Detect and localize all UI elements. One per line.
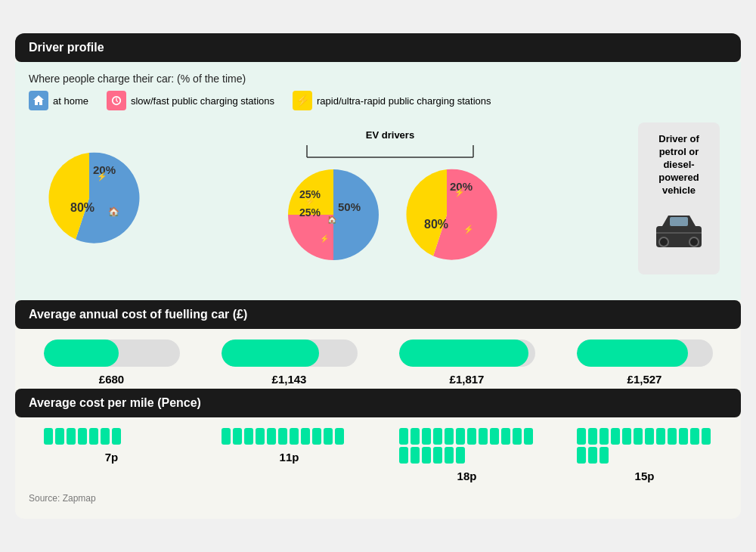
mile-value-1: 7p bbox=[105, 451, 119, 464]
main-card: Driver profile Where people charge their… bbox=[15, 33, 741, 518]
svg-rect-25 bbox=[670, 217, 688, 226]
svg-text:⚡: ⚡ bbox=[97, 171, 107, 181]
mile-segment bbox=[456, 447, 465, 464]
fuel-cost-header: Average annual cost of fuelling car (£) bbox=[15, 300, 741, 329]
fuel-bar-1: £680 bbox=[23, 340, 200, 386]
mile-segment bbox=[433, 428, 442, 445]
svg-point-23 bbox=[659, 237, 668, 247]
mile-segment bbox=[479, 428, 488, 445]
mile-segment bbox=[656, 428, 665, 445]
mile-segment bbox=[78, 428, 87, 445]
fuel-bar-visual-2 bbox=[222, 340, 358, 367]
mile-segment bbox=[422, 447, 431, 464]
slow-fast-icon bbox=[107, 91, 126, 110]
mile-bar-4: 15p bbox=[556, 428, 733, 482]
svg-text:⚡: ⚡ bbox=[463, 224, 474, 234]
mile-segment bbox=[611, 428, 620, 445]
charts-row: 80% 20% 🏠 ⚡ EV drivers bbox=[29, 110, 727, 286]
legend-title: Where people charge their car: (% of the… bbox=[29, 73, 727, 85]
fuel-value-1: £680 bbox=[99, 373, 124, 386]
fuel-bar-visual-4 bbox=[577, 340, 713, 367]
svg-text:⚡: ⚡ bbox=[305, 196, 315, 206]
mile-segment bbox=[244, 428, 253, 445]
mile-segments-3 bbox=[399, 428, 535, 464]
fuel-value-3: £1,817 bbox=[450, 373, 485, 386]
svg-text:80%: 80% bbox=[424, 218, 448, 231]
mile-segment bbox=[301, 428, 310, 445]
svg-rect-26 bbox=[656, 232, 702, 234]
legend-rapid: ⚡ rapid/ultra-rapid public charging stat… bbox=[293, 91, 491, 110]
legend-slow-fast: slow/fast public charging stations bbox=[107, 91, 274, 110]
mile-segment bbox=[622, 428, 631, 445]
mile-segment bbox=[312, 428, 321, 445]
driver-profile-header: Driver profile bbox=[15, 33, 741, 62]
cost-per-mile-header: Average cost per mile (Pence) bbox=[15, 389, 741, 417]
mile-segment bbox=[324, 428, 333, 445]
mile-segment bbox=[702, 428, 711, 445]
top-section: Where people charge their car: (% of the… bbox=[15, 62, 741, 299]
mile-segment bbox=[501, 428, 510, 445]
mile-segment bbox=[588, 428, 597, 445]
mile-segment bbox=[445, 428, 454, 445]
mile-bar-3: 18p bbox=[378, 428, 556, 482]
mile-segments-4 bbox=[577, 428, 713, 464]
mile-segment bbox=[513, 428, 522, 445]
svg-text:25%: 25% bbox=[299, 206, 321, 219]
legend-at-home-label: at home bbox=[53, 95, 88, 107]
ev-drivers-section: EV drivers bbox=[142, 129, 638, 268]
fuel-bar-visual-3 bbox=[399, 340, 535, 367]
mile-segment bbox=[256, 428, 265, 445]
legend-at-home: at home bbox=[29, 91, 88, 110]
rapid-icon: ⚡ bbox=[293, 91, 312, 110]
mile-segment bbox=[600, 428, 609, 445]
fuel-bar-3: £1,817 bbox=[378, 340, 556, 386]
mile-value-2: 11p bbox=[280, 451, 299, 464]
legend-items: at home slow/fast public charging statio… bbox=[29, 91, 727, 110]
fuel-bar-2: £1,143 bbox=[200, 340, 378, 386]
mile-segment bbox=[44, 428, 53, 445]
mile-segment bbox=[467, 428, 476, 445]
ev-charts: 50% 25% 25% 🏠 ⚡ ⚡ bbox=[280, 162, 500, 268]
mile-segment bbox=[222, 428, 231, 445]
mile-segment bbox=[67, 428, 76, 445]
mile-segment bbox=[490, 428, 499, 445]
mile-segments-2 bbox=[222, 428, 358, 445]
mile-segment bbox=[411, 447, 420, 464]
mile-segment bbox=[456, 428, 465, 445]
mile-segment bbox=[588, 447, 597, 464]
fuel-bar-4: £1,527 bbox=[556, 340, 733, 386]
mile-segment bbox=[290, 428, 299, 445]
home-icon bbox=[29, 91, 48, 110]
svg-text:🏠: 🏠 bbox=[327, 215, 337, 225]
mile-segment bbox=[524, 428, 533, 445]
mile-segment bbox=[577, 447, 586, 464]
svg-text:50%: 50% bbox=[338, 200, 361, 213]
fuel-value-4: £1,527 bbox=[627, 373, 662, 386]
mile-segment bbox=[577, 428, 586, 445]
chart-3: 80% 20% ⚡ ⚡ bbox=[394, 162, 500, 268]
mile-segment bbox=[668, 428, 677, 445]
car-icon bbox=[649, 209, 709, 264]
mile-segment bbox=[278, 428, 287, 445]
source-text: Source: Zapmap bbox=[15, 485, 741, 507]
svg-text:⚡: ⚡ bbox=[454, 187, 465, 197]
mile-segment bbox=[89, 428, 98, 445]
chart-2: 50% 25% 25% 🏠 ⚡ ⚡ bbox=[280, 162, 386, 268]
ev-label: EV drivers bbox=[366, 129, 414, 141]
svg-text:80%: 80% bbox=[70, 201, 94, 214]
mile-segment bbox=[445, 447, 454, 464]
mile-bars-row: 7p 11p 18p 15p bbox=[15, 417, 741, 485]
mile-segment bbox=[267, 428, 276, 445]
mile-value-4: 15p bbox=[635, 470, 655, 482]
mile-value-3: 18p bbox=[457, 470, 477, 482]
mile-segment bbox=[634, 428, 643, 445]
svg-text:🏠: 🏠 bbox=[108, 206, 119, 217]
fuel-value-2: £1,143 bbox=[272, 373, 307, 386]
chart-1: 80% 20% 🏠 ⚡ bbox=[36, 145, 142, 251]
svg-text:⚡: ⚡ bbox=[320, 234, 330, 243]
petrol-box: Driver of petrol or diesel-powered vehic… bbox=[638, 122, 720, 274]
svg-point-24 bbox=[689, 237, 699, 247]
mile-segment bbox=[399, 428, 408, 445]
mile-segment bbox=[679, 428, 688, 445]
mile-segment bbox=[600, 447, 609, 464]
